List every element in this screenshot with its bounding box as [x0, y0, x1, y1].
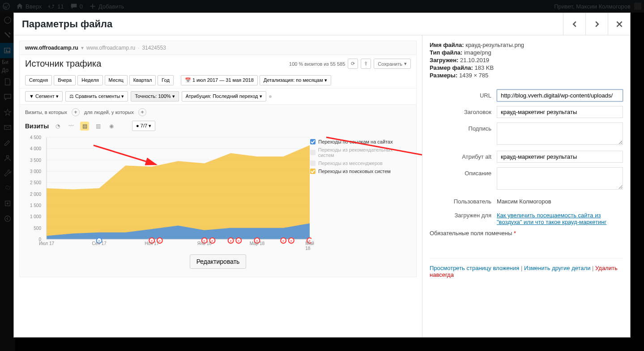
save-button[interactable]: Сохранить ▾: [374, 59, 411, 69]
meta-uploaded: Загружен: 21.10.2019: [430, 57, 623, 63]
title-field[interactable]: [497, 106, 623, 118]
attachment-actions: Просмотреть страницу вложения | Изменить…: [430, 258, 623, 278]
alt-label: Атрибут alt: [430, 151, 497, 160]
for-people-label: для людей, у которых: [84, 110, 134, 115]
ym-report-title: Источник трафика: [25, 59, 101, 69]
detail-select[interactable]: Детализация: по месяцам ▾: [260, 75, 331, 85]
uploaded-to-label: Загружен для: [430, 209, 497, 219]
add-condition-1[interactable]: +: [72, 108, 80, 116]
close-button[interactable]: [608, 13, 630, 35]
tab-month[interactable]: Месяц: [105, 75, 128, 85]
attachment-details: Имя файла: крауд-результаты.png Тип файл…: [422, 35, 630, 337]
chart-legend: Переходы по ссылкам на сайтахПереходы из…: [303, 135, 411, 246]
tab-week[interactable]: Неделя: [77, 75, 102, 85]
segment-btn[interactable]: ▼ Сегмент ▾: [25, 91, 63, 101]
legend-item[interactable]: Переходы из поисковых систем: [310, 169, 407, 174]
visits-in-label: Визиты, в которых: [25, 110, 67, 115]
area-chart: 05001 0001 5002 0002 5003 0003 5004 0004…: [25, 135, 303, 246]
legend-count[interactable]: ● 7/7 ▾: [132, 121, 155, 131]
desc-field[interactable]: [497, 167, 623, 190]
chart-type-4[interactable]: ▥: [94, 122, 102, 131]
caption-field[interactable]: [497, 123, 623, 145]
ym-visits-pct: 100 % визитов из 55 585: [289, 61, 345, 67]
url-label: URL: [430, 89, 497, 99]
chart-type-1[interactable]: ◔: [53, 122, 62, 131]
edit-image-button[interactable]: Редактировать: [190, 254, 247, 269]
uploaded-to-link[interactable]: Как увеличить посещаемость сайта из "воз…: [497, 212, 606, 225]
attachment-modal: Параметры файла www.offroadcamp.ru▾ www.…: [13, 13, 631, 338]
caption-label: Подпись: [430, 123, 497, 132]
required-note: Обязательные поля помечены *: [430, 230, 623, 237]
legend-item[interactable]: Переходы из рекомендательных систем: [310, 147, 407, 158]
edit-details-link[interactable]: Изменить другие детали: [524, 265, 591, 271]
compare-btn[interactable]: ⚖ Сравнить сегменты ▾: [65, 91, 128, 101]
export-icon[interactable]: ⇪: [361, 59, 371, 69]
modal-title: Параметры файла: [22, 18, 112, 30]
alt-field[interactable]: [497, 151, 623, 163]
prev-button[interactable]: [563, 13, 585, 35]
user-value: Максим Колмогоров: [497, 195, 623, 205]
add-condition-2[interactable]: +: [138, 108, 146, 116]
chart-type-5[interactable]: ◉: [107, 122, 116, 131]
title-label: Заголовок: [430, 106, 497, 115]
tab-quarter[interactable]: Квартал: [129, 75, 156, 85]
tab-today[interactable]: Сегодня: [25, 75, 52, 85]
modal-header: Параметры файла: [14, 13, 630, 35]
meta-filetype: Тип файла: image/png: [430, 49, 623, 56]
url-field[interactable]: [497, 89, 623, 101]
refresh-icon[interactable]: ⟳: [348, 59, 358, 69]
legend-item[interactable]: Переходы из мессенджеров: [310, 161, 407, 166]
tab-yesterday[interactable]: Вчера: [54, 75, 76, 85]
user-label: Пользователь: [430, 195, 497, 205]
next-button[interactable]: [585, 13, 608, 35]
tab-year[interactable]: Год: [158, 75, 174, 85]
ym-period-tabs: Сегодня Вчера Неделя Месяц Квартал Год 📅…: [20, 72, 416, 89]
date-range[interactable]: 📅 1 июл 2017 — 31 мая 2018: [181, 75, 258, 85]
view-attachment-link[interactable]: Просмотреть страницу вложения: [430, 265, 519, 271]
meta-filesize: Размер файла: 183 KB: [430, 64, 623, 71]
chart-type-2[interactable]: 〰: [67, 122, 76, 131]
legend-item[interactable]: Переходы по ссылкам на сайтах: [310, 139, 407, 144]
precision-btn[interactable]: Точность: 100% ▾: [131, 91, 179, 101]
attachment-preview: www.offroadcamp.ru▾ www.offroadcamp.ru ·…: [14, 35, 422, 337]
desc-label: Описание: [430, 167, 497, 177]
chart-title: Визиты: [25, 123, 49, 130]
attribution-btn[interactable]: Атрибуция: Последний переход ▾: [182, 91, 266, 101]
ym-breadcrumb: www.offroadcamp.ru▾ www.offroadcamp.ru ·…: [20, 41, 416, 55]
meta-dims: Размеры: 644 × 351: [430, 72, 623, 79]
meta-filename: Имя файла: крауд-результаты.png: [430, 42, 623, 48]
chart-type-area[interactable]: ▤: [80, 122, 89, 131]
